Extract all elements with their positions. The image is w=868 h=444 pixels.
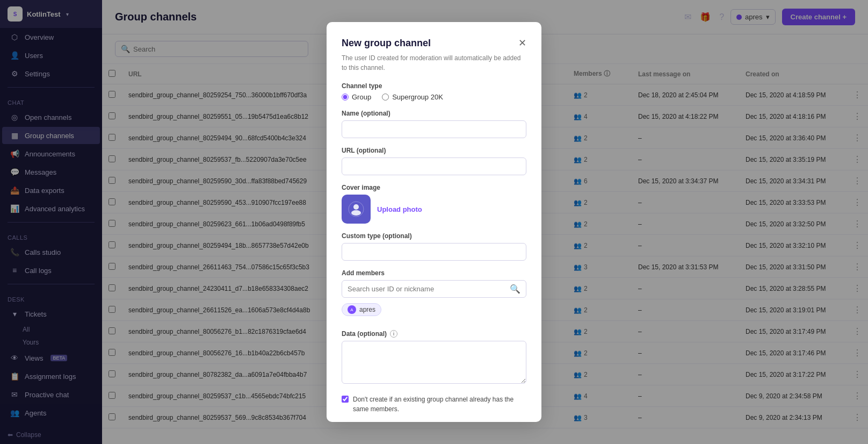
custom-type-input[interactable]	[342, 243, 526, 261]
add-members-label: Add members	[342, 269, 526, 277]
svg-point-1	[351, 210, 361, 216]
cover-image-label: Cover image	[342, 184, 526, 191]
cover-image-placeholder	[342, 195, 371, 224]
search-member-icon: 🔍	[510, 284, 520, 294]
add-members-group: Add members 🔍 A apres	[342, 269, 526, 321]
dedup-checkbox-row: Don't create if an existing group channe…	[342, 395, 526, 414]
data-label: Data (optional)	[342, 330, 387, 338]
modal-header: New group channel ✕	[342, 37, 526, 49]
modal-subtitle: The user ID created for moderation will …	[342, 53, 526, 73]
url-group: URL (optional)	[342, 147, 526, 175]
channel-type-label: Channel type	[342, 82, 526, 90]
custom-type-group: Custom type (optional)	[342, 232, 526, 261]
name-label: Name (optional)	[342, 110, 526, 117]
radio-supergroup-label: Supergroup 20K	[392, 93, 443, 101]
modal-close-button[interactable]: ✕	[518, 37, 526, 49]
svg-point-0	[353, 204, 359, 210]
data-textarea[interactable]	[342, 341, 526, 384]
channel-type-radio-group: Group Supergroup 20K	[342, 93, 526, 101]
data-label-row: Data (optional) i	[342, 330, 526, 338]
upload-photo-button[interactable]: Upload photo	[377, 205, 422, 213]
url-input[interactable]	[342, 157, 526, 175]
channel-type-group: Channel type Group Supergroup 20K	[342, 82, 526, 101]
member-tag-avatar: A	[348, 305, 356, 314]
name-input[interactable]	[342, 120, 526, 138]
radio-group-input[interactable]	[342, 94, 349, 101]
name-group: Name (optional)	[342, 110, 526, 138]
new-group-channel-modal: New group channel ✕ The user ID created …	[327, 22, 541, 421]
radio-group-option[interactable]: Group	[342, 93, 371, 101]
dedup-checkbox[interactable]	[342, 396, 349, 403]
modal-overlay: New group channel ✕ The user ID created …	[0, 0, 868, 444]
search-member-container: 🔍	[342, 280, 526, 298]
radio-supergroup-option[interactable]: Supergroup 20K	[382, 93, 443, 101]
radio-group-label: Group	[352, 93, 371, 101]
radio-supergroup-input[interactable]	[382, 94, 389, 101]
modal-title: New group channel	[342, 38, 431, 49]
dedup-checkbox-label: Don't create if an existing group channe…	[353, 395, 526, 414]
data-group: Data (optional) i	[342, 330, 526, 386]
cover-image-group: Cover image Upload photo	[342, 184, 526, 224]
cover-image-row: Upload photo	[342, 195, 526, 224]
url-label: URL (optional)	[342, 147, 526, 154]
member-tag-label: apres	[359, 306, 375, 313]
custom-type-label: Custom type (optional)	[342, 232, 526, 240]
search-member-input[interactable]	[348, 285, 507, 293]
data-info-icon[interactable]: i	[390, 330, 397, 338]
member-tag: A apres	[342, 303, 381, 316]
